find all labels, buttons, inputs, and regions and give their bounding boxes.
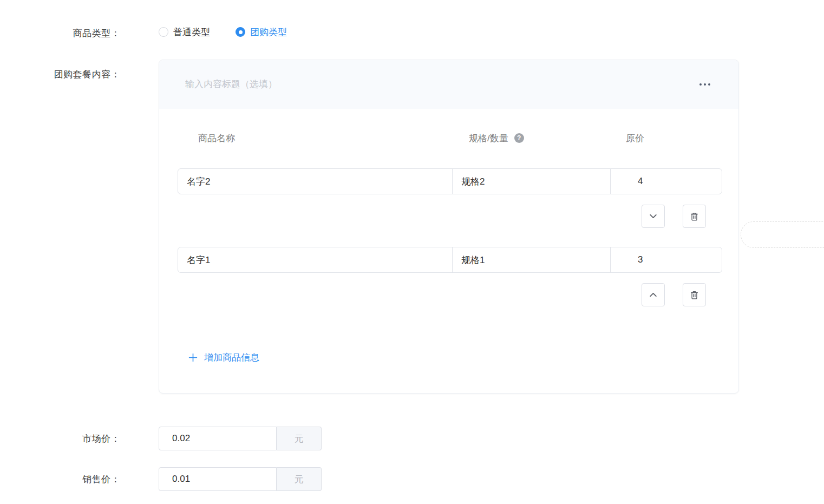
add-product-label: 增加商品信息 xyxy=(204,351,259,364)
sale-price-unit: 元 xyxy=(277,467,322,491)
product-name-input[interactable] xyxy=(178,247,453,273)
spec-quantity-input[interactable] xyxy=(452,247,611,273)
plus-icon xyxy=(188,353,198,362)
package-content-label: 团购套餐内容： xyxy=(0,68,120,81)
radio-normal-type[interactable]: 普通类型 xyxy=(159,26,210,38)
radio-group-buy-type[interactable]: 团购类型 xyxy=(236,26,287,38)
sale-price-label: 销售价： xyxy=(0,473,120,486)
header-original-price: 原价 xyxy=(611,132,723,144)
table-row xyxy=(178,247,722,273)
row-actions xyxy=(642,283,706,306)
drag-placeholder-box xyxy=(741,221,824,248)
table-header-row: 商品名称 规格/数量 ? 原价 xyxy=(178,132,723,144)
trash-icon xyxy=(690,212,699,221)
market-price-input[interactable] xyxy=(159,427,277,450)
package-title-input[interactable] xyxy=(185,79,698,90)
trash-icon xyxy=(690,290,699,300)
header-spec-quantity: 规格/数量 ? xyxy=(453,132,611,144)
original-price-input[interactable] xyxy=(610,247,722,273)
move-up-button[interactable] xyxy=(642,283,665,306)
original-price-input[interactable] xyxy=(610,168,722,194)
chevron-up-icon xyxy=(649,290,658,299)
header-product-name: 商品名称 xyxy=(178,132,453,144)
table-row xyxy=(178,168,722,194)
delete-row-button[interactable] xyxy=(683,205,706,228)
market-price-unit: 元 xyxy=(277,427,322,450)
row-actions xyxy=(642,205,706,228)
chevron-down-icon xyxy=(649,212,658,221)
product-name-input[interactable] xyxy=(178,168,453,194)
ellipsis-icon[interactable] xyxy=(698,80,711,89)
radio-unchecked-icon xyxy=(159,27,168,37)
sale-price-row: 销售价： 元 xyxy=(0,467,322,491)
product-type-radio-group: 普通类型 团购类型 xyxy=(159,25,287,39)
header-spec-quantity-text: 规格/数量 xyxy=(469,132,508,145)
market-price-row: 市场价： 元 xyxy=(0,427,322,450)
product-type-label: 商品类型： xyxy=(0,27,120,40)
delete-row-button[interactable] xyxy=(683,283,706,306)
spec-quantity-input[interactable] xyxy=(452,168,611,194)
add-product-button[interactable]: 增加商品信息 xyxy=(188,351,259,364)
sale-price-input[interactable] xyxy=(159,467,277,491)
market-price-label: 市场价： xyxy=(0,433,120,445)
radio-normal-type-label: 普通类型 xyxy=(173,26,210,38)
package-panel-header xyxy=(159,60,738,109)
move-down-button[interactable] xyxy=(642,205,665,228)
question-circle-icon[interactable]: ? xyxy=(514,133,524,143)
radio-group-buy-type-label: 团购类型 xyxy=(250,26,287,38)
radio-checked-icon xyxy=(236,27,245,37)
package-panel: 商品名称 规格/数量 ? 原价 xyxy=(159,60,739,394)
